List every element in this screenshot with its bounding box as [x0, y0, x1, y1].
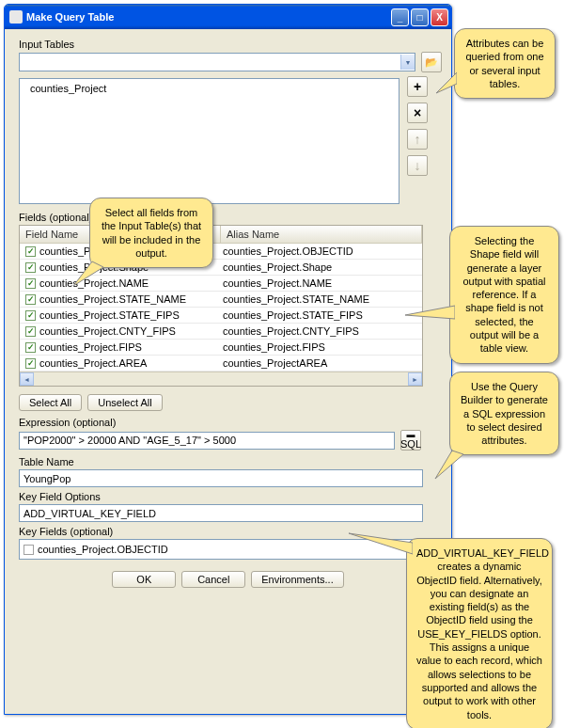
titlebar[interactable]: Make Query Table _ □ X: [5, 5, 451, 29]
checkbox-icon[interactable]: ✓: [25, 326, 36, 337]
checkbox-icon[interactable]: ✓: [24, 545, 34, 555]
expression-input[interactable]: "POP2000" > 20000 AND "AGE_5_17" > 5000: [19, 432, 395, 450]
scrollbar-horizontal[interactable]: ◄ ►: [20, 372, 422, 386]
callout-query-builder: Use the Query Builder to generate a SQL …: [449, 372, 559, 455]
expression-label: Expression (optional): [19, 417, 442, 428]
callout-shape-field: Selecting the Shape field will generate …: [449, 226, 559, 364]
callout-select-fields: Select all fields from the Input Table(s…: [89, 198, 213, 268]
alias-name: counties_Project.STATE_NAME: [223, 293, 369, 305]
select-all-button[interactable]: Select All: [19, 394, 82, 411]
alias-name: counties_ProjectAREA: [223, 357, 327, 369]
close-button[interactable]: X: [431, 8, 448, 26]
checkbox-icon[interactable]: ✓: [25, 246, 36, 257]
remove-table-button[interactable]: ×: [407, 103, 428, 123]
table-name-input[interactable]: YoungPop: [19, 469, 423, 487]
environments-button[interactable]: Environments...: [251, 571, 343, 588]
callout-input-tables: Attributes can be queried from one or se…: [454, 28, 556, 99]
checkbox-icon[interactable]: ✓: [25, 294, 36, 305]
key-options-input[interactable]: ADD_VIRTUAL_KEY_FIELD: [19, 504, 423, 522]
scroll-right-icon[interactable]: ►: [408, 372, 422, 386]
callout-key-field: ADD_VIRTUAL_KEY_FIELD creates a dynamic …: [406, 538, 553, 728]
checkbox-icon[interactable]: ✓: [25, 262, 36, 273]
maximize-button[interactable]: □: [411, 8, 429, 26]
unselect-all-button[interactable]: Unselect All: [87, 394, 162, 411]
move-up-button[interactable]: ↑: [407, 129, 428, 150]
fields-grid: Field Name Alias Name ✓counties_Project.…: [19, 225, 423, 387]
window-title: Make Query Table: [26, 11, 391, 23]
checkbox-icon[interactable]: ✓: [25, 358, 36, 369]
input-tables-dropdown[interactable]: ▼: [19, 53, 415, 71]
add-table-button[interactable]: +: [407, 76, 428, 97]
field-name: counties_Project.STATE_FIPS: [39, 309, 180, 321]
alias-name: counties_Project.OBJECTID: [223, 245, 353, 257]
table-row[interactable]: ✓counties_Project.OBJECTIDcounties_Proje…: [20, 244, 422, 260]
checkbox-icon[interactable]: ✓: [25, 310, 36, 321]
scroll-left-icon[interactable]: ◄: [20, 372, 34, 386]
checkbox-icon[interactable]: ✓: [25, 342, 36, 353]
alias-name: counties_Project.CNTY_FIPS: [223, 325, 359, 337]
alias-name: counties_Project.FIPS: [223, 341, 325, 353]
key-options-label: Key Field Options: [19, 491, 442, 502]
checkbox-icon[interactable]: ✓: [25, 278, 36, 289]
alias-name: counties_Project.NAME: [223, 277, 332, 289]
table-row[interactable]: ✓counties_Project.STATE_FIPScounties_Pro…: [20, 308, 422, 324]
chevron-down-icon: ▼: [400, 55, 415, 70]
column-header-alias[interactable]: Alias Name: [221, 226, 422, 243]
field-name: counties_Project.STATE_NAME: [39, 293, 186, 305]
alias-name: counties_Project.Shape: [223, 261, 332, 273]
alias-name: counties_Project.STATE_FIPS: [223, 309, 363, 321]
table-row[interactable]: ✓counties_Project.CNTY_FIPScounties_Proj…: [20, 324, 422, 340]
fields-label: Fields (optional): [19, 212, 442, 223]
field-name: counties_Project.AREA: [39, 357, 147, 369]
key-field-item: counties_Project.OBJECTID: [38, 544, 168, 555]
move-down-button[interactable]: ↓: [407, 155, 428, 176]
ok-button[interactable]: OK: [112, 571, 176, 588]
minimize-button[interactable]: _: [391, 8, 409, 26]
table-row[interactable]: ✓counties_Project.FIPScounties_Project.F…: [20, 340, 422, 356]
list-item[interactable]: counties_Project: [23, 82, 396, 96]
input-tables-label: Input Tables: [19, 39, 442, 50]
field-name: counties_Project.FIPS: [39, 341, 142, 353]
field-name: counties_Project.CNTY_FIPS: [39, 325, 176, 337]
cancel-button[interactable]: Cancel: [181, 571, 245, 588]
table-row[interactable]: ✓counties_Project.STATE_NAMEcounties_Pro…: [20, 292, 422, 308]
app-icon: [9, 10, 23, 24]
table-row[interactable]: ✓counties_Project.AREAcounties_ProjectAR…: [20, 356, 422, 372]
table-name-label: Table Name: [19, 456, 442, 467]
input-tables-list[interactable]: counties_Project: [19, 78, 400, 204]
sql-builder-button[interactable]: ▬SQL: [400, 430, 421, 451]
make-query-table-window: Make Query Table _ □ X Input Tables ▼ 📂 …: [4, 4, 452, 715]
